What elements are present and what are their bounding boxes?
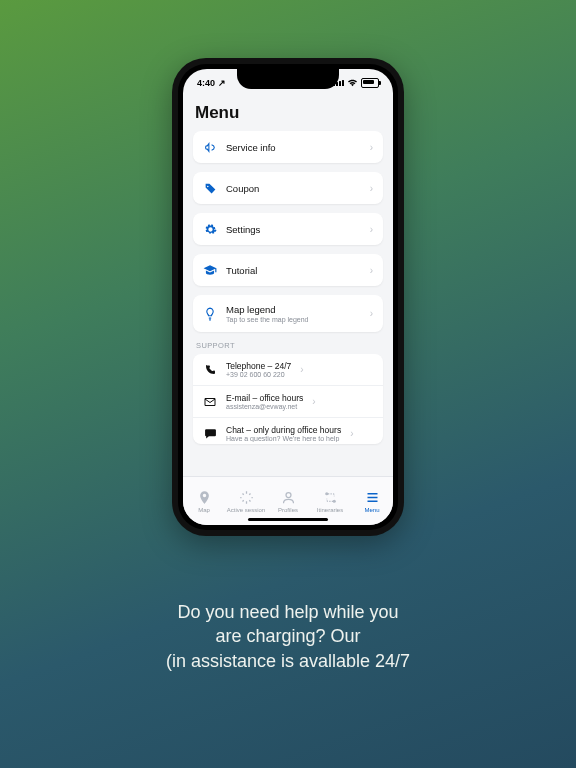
support-list: Telephone – 24/7 +39 02 600 60 220 › E-m…: [193, 354, 383, 444]
wifi-icon: [347, 79, 358, 87]
menu-item-service-info[interactable]: Service info ›: [193, 131, 383, 163]
caption-line: Do you need help while you: [0, 600, 576, 624]
svg-point-1: [325, 492, 328, 495]
support-item-subtitle: assistenza@evway.net: [226, 403, 303, 410]
phone-screen: 4:40 ↗ Menu Service info ›: [183, 69, 393, 525]
tab-label: Menu: [364, 507, 379, 513]
map-pin-icon: [197, 490, 212, 505]
chevron-right-icon: ›: [350, 428, 353, 439]
device-frame: 4:40 ↗ Menu Service info ›: [172, 58, 404, 536]
graduation-cap-icon: [203, 263, 217, 277]
chevron-right-icon: ›: [370, 308, 373, 319]
coupon-icon: [203, 181, 217, 195]
support-item-label: E-mail – office hours: [226, 393, 303, 403]
user-icon: [281, 490, 296, 505]
page-title: Menu: [195, 103, 381, 123]
gear-icon: [203, 222, 217, 236]
support-item-label: Telephone – 24/7: [226, 361, 291, 371]
menu-item-tutorial[interactable]: Tutorial ›: [193, 254, 383, 286]
caption-line: (in assistance is avallable 24/7: [0, 649, 576, 673]
route-icon: [323, 490, 338, 505]
svg-point-2: [332, 499, 335, 502]
megaphone-icon: [203, 140, 217, 154]
menu-item-label: Map legend: [226, 304, 361, 315]
support-item-label: Chat – only during office hours: [226, 425, 341, 435]
support-item-subtitle: +39 02 600 60 220: [226, 371, 291, 378]
tab-menu[interactable]: Menu: [351, 477, 393, 525]
menu-item-label: Coupon: [226, 183, 361, 194]
chevron-right-icon: ›: [300, 364, 303, 375]
location-arrow-icon: ↗: [218, 78, 226, 88]
support-item-subtitle: Have a question? We're here to help: [226, 435, 341, 442]
menu-item-subtitle: Tap to see the map legend: [226, 316, 361, 323]
svg-point-0: [286, 492, 291, 497]
lightbulb-icon: [203, 307, 217, 321]
chevron-right-icon: ›: [370, 142, 373, 153]
menu-icon: [365, 490, 380, 505]
tab-map[interactable]: Map: [183, 477, 225, 525]
section-header-support: SUPPORT: [196, 341, 380, 350]
phone-icon: [203, 363, 217, 377]
tab-label: Map: [198, 507, 210, 513]
status-time: 4:40: [197, 78, 215, 88]
chevron-right-icon: ›: [370, 224, 373, 235]
tab-label: Profiles: [278, 507, 298, 513]
menu-item-map-legend[interactable]: Map legend Tap to see the map legend ›: [193, 295, 383, 332]
menu-item-coupon[interactable]: Coupon ›: [193, 172, 383, 204]
home-indicator: [248, 518, 328, 522]
tab-label: Itineraries: [317, 507, 343, 513]
content-fade: [183, 457, 393, 477]
app-store-slide: 4:40 ↗ Menu Service info ›: [0, 0, 576, 768]
menu-item-label: Tutorial: [226, 265, 361, 276]
chat-icon: [203, 427, 217, 441]
notch: [237, 69, 339, 89]
chevron-right-icon: ›: [312, 396, 315, 407]
menu-item-label: Settings: [226, 224, 361, 235]
battery-icon: [361, 78, 379, 88]
menu-item-label: Service info: [226, 142, 361, 153]
support-item-email[interactable]: E-mail – office hours assistenza@evway.n…: [193, 385, 383, 417]
chevron-right-icon: ›: [370, 183, 373, 194]
support-item-telephone[interactable]: Telephone – 24/7 +39 02 600 60 220 ›: [193, 354, 383, 385]
caption-line: are charging? Our: [0, 624, 576, 648]
support-item-chat[interactable]: Chat – only during office hours Have a q…: [193, 417, 383, 444]
spark-icon: [239, 490, 254, 505]
menu-item-settings[interactable]: Settings ›: [193, 213, 383, 245]
envelope-icon: [203, 395, 217, 409]
tab-label: Active session: [227, 507, 265, 513]
menu-content: Menu Service info › Coupon › Settings: [183, 93, 393, 477]
chevron-right-icon: ›: [370, 265, 373, 276]
promo-caption: Do you need help while you are charging?…: [0, 600, 576, 673]
